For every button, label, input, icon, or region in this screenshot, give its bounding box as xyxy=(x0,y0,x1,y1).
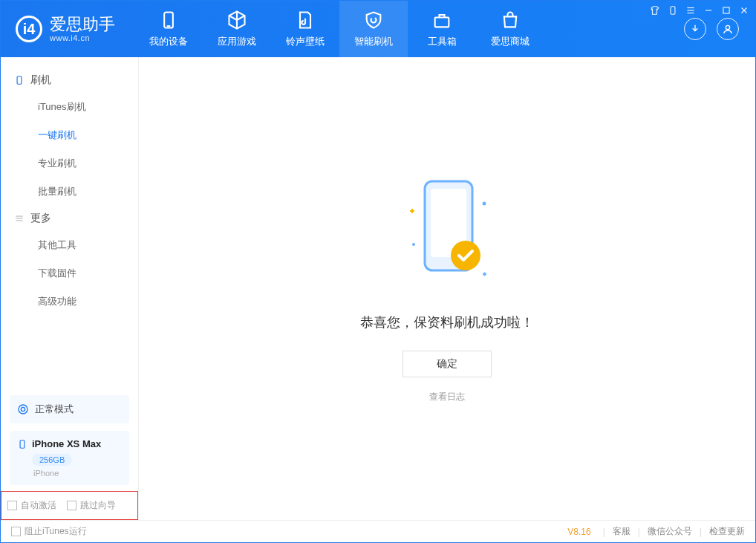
checkbox-label: 阻止iTunes运行 xyxy=(25,525,87,538)
svg-rect-10 xyxy=(435,18,449,27)
download-button[interactable] xyxy=(684,18,706,40)
svg-point-11 xyxy=(726,25,729,29)
device-type-label: iPhone xyxy=(33,469,122,478)
options-row: 自动激活 跳过向导 xyxy=(1,491,138,520)
app-window: i4 爱思助手 www.i4.cn 我的设备 应用游戏 铃声壁纸 智能刷机 xyxy=(0,0,756,543)
mode-label: 正常模式 xyxy=(35,403,74,416)
status-link-support[interactable]: 客服 xyxy=(613,525,630,538)
nav-tab-shop[interactable]: 爱思商城 xyxy=(476,1,544,57)
sidebar-section-label: 更多 xyxy=(30,212,51,225)
list-small-icon xyxy=(14,213,25,224)
app-name: 爱思助手 xyxy=(50,16,115,33)
svg-rect-17 xyxy=(20,440,25,448)
svg-point-16 xyxy=(19,405,27,414)
svg-point-21 xyxy=(483,202,486,206)
svg-rect-0 xyxy=(671,7,675,15)
checkbox-auto-activate[interactable]: 自动激活 xyxy=(7,499,56,512)
cube-icon xyxy=(227,10,247,30)
phone-mini-icon[interactable] xyxy=(668,5,678,16)
version-label: V8.16 xyxy=(567,527,590,537)
music-file-icon xyxy=(295,10,316,30)
nav-label: 铃声壁纸 xyxy=(286,35,325,48)
nav-tab-toolbox[interactable]: 工具箱 xyxy=(408,1,476,57)
main-content: 恭喜您，保资料刷机成功啦！ 确定 查看日志 xyxy=(139,57,755,520)
maximize-icon[interactable] xyxy=(721,5,731,16)
checkbox-label: 自动激活 xyxy=(21,499,56,512)
success-message: 恭喜您，保资料刷机成功啦！ xyxy=(360,313,534,331)
status-link-wechat[interactable]: 微信公众号 xyxy=(648,525,692,538)
minimize-icon[interactable] xyxy=(703,5,714,16)
nav-label: 爱思商城 xyxy=(491,35,529,48)
statusbar: 阻止iTunes运行 V8.16 | 客服 | 微信公众号 | 检查更新 xyxy=(1,520,755,542)
device-phone-icon xyxy=(17,439,27,449)
device-name-label: iPhone XS Max xyxy=(32,438,101,449)
logo-area: i4 爱思助手 www.i4.cn xyxy=(1,16,134,42)
svg-point-20 xyxy=(451,241,480,270)
nav-label: 应用游戏 xyxy=(218,35,256,48)
nav-tab-apps[interactable]: 应用游戏 xyxy=(203,1,271,57)
ok-button[interactable]: 确定 xyxy=(403,351,492,377)
logo-icon: i4 xyxy=(16,16,42,42)
bag-icon xyxy=(500,10,521,30)
sidebar-item-download-firmware[interactable]: 下载固件 xyxy=(1,259,138,287)
svg-rect-5 xyxy=(723,7,729,13)
sidebar: 刷机 iTunes刷机 一键刷机 专业刷机 批量刷机 更多 其他工具 下载固件 … xyxy=(1,57,139,520)
shirt-icon[interactable] xyxy=(650,5,660,16)
toolbox-icon xyxy=(431,10,452,30)
window-controls xyxy=(650,5,749,16)
sidebar-section-more: 更多 xyxy=(1,206,138,231)
refresh-shield-icon xyxy=(363,10,384,30)
checkbox-label: 跳过向导 xyxy=(80,499,116,512)
profile-button[interactable] xyxy=(717,18,739,40)
nav-tab-ringtones[interactable]: 铃声壁纸 xyxy=(271,1,339,57)
sidebar-item-other-tools[interactable]: 其他工具 xyxy=(1,231,138,259)
nav-tab-device[interactable]: 我的设备 xyxy=(134,1,203,57)
checkbox-skip-guide[interactable]: 跳过向导 xyxy=(67,499,116,512)
sidebar-item-one-click-flash[interactable]: 一键刷机 xyxy=(1,121,138,149)
phone-icon xyxy=(158,10,179,30)
nav-tabs: 我的设备 应用游戏 铃声壁纸 智能刷机 工具箱 爱思商城 xyxy=(134,1,544,57)
close-icon[interactable] xyxy=(739,5,749,16)
mode-indicator[interactable]: 正常模式 xyxy=(10,395,129,423)
view-log-link[interactable]: 查看日志 xyxy=(429,391,465,403)
device-storage-badge: 256GB xyxy=(32,454,72,466)
nav-label: 我的设备 xyxy=(149,35,188,48)
body: 刷机 iTunes刷机 一键刷机 专业刷机 批量刷机 更多 其他工具 下载固件 … xyxy=(1,57,755,520)
device-card[interactable]: iPhone XS Max 256GB iPhone xyxy=(10,431,129,485)
sidebar-item-advanced[interactable]: 高级功能 xyxy=(1,287,138,316)
success-illustration xyxy=(395,174,499,293)
sidebar-item-batch-flash[interactable]: 批量刷机 xyxy=(1,178,138,206)
nav-label: 工具箱 xyxy=(428,35,457,48)
menu-icon[interactable] xyxy=(685,5,696,16)
svg-point-22 xyxy=(412,243,415,246)
phone-small-icon xyxy=(14,75,25,85)
sidebar-footer: 正常模式 iPhone XS Max 256GB iPhone xyxy=(1,388,138,491)
status-link-update[interactable]: 检查更新 xyxy=(709,525,745,538)
app-domain: www.i4.cn xyxy=(50,33,115,42)
sidebar-item-pro-flash[interactable]: 专业刷机 xyxy=(1,149,138,178)
sidebar-section-label: 刷机 xyxy=(30,74,51,87)
nav-label: 智能刷机 xyxy=(354,35,393,48)
header-right xyxy=(684,18,755,40)
checkbox-block-itunes[interactable]: 阻止iTunes运行 xyxy=(11,525,87,538)
sidebar-section-flash: 刷机 xyxy=(1,68,138,93)
svg-rect-12 xyxy=(17,77,22,85)
titlebar: i4 爱思助手 www.i4.cn 我的设备 应用游戏 铃声壁纸 智能刷机 xyxy=(1,1,755,57)
sync-icon xyxy=(17,403,29,415)
nav-tab-flash[interactable]: 智能刷机 xyxy=(339,1,408,57)
sidebar-item-itunes-flash[interactable]: iTunes刷机 xyxy=(1,93,138,121)
